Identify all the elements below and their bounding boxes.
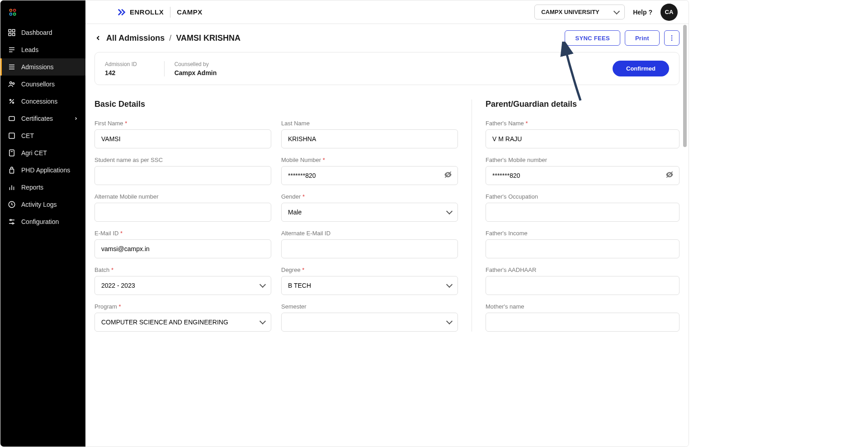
tenant-select-value: CAMPX UNIVERSITY	[541, 9, 599, 15]
ssc-name-label: Student name as per SSC	[94, 157, 271, 163]
sidebar-item-cet[interactable]: CET	[0, 127, 85, 144]
sidebar-item-leads[interactable]: Leads	[0, 41, 85, 58]
counselled-by-value: Campx Admin	[175, 69, 217, 76]
status-confirmed-button[interactable]: Confirmed	[613, 61, 669, 76]
agri-cet-icon	[8, 149, 16, 157]
svg-rect-21	[9, 150, 14, 156]
sidebar-item-activity-logs[interactable]: Activity Logs	[0, 196, 85, 213]
sidebar-item-dashboard[interactable]: Dashboard	[0, 24, 85, 41]
father-name-input[interactable]	[486, 129, 679, 148]
back-button[interactable]	[94, 34, 102, 42]
sidebar-item-certificates[interactable]: Certificates	[0, 110, 85, 127]
mobile-toggle-visibility[interactable]	[443, 170, 453, 181]
admission-id-label: Admission ID	[105, 61, 137, 67]
svg-point-32	[671, 35, 673, 37]
sync-fees-button[interactable]: SYNC FEES	[565, 30, 620, 46]
brand-separator	[170, 7, 170, 18]
activity-icon	[8, 200, 16, 209]
sidebar-item-phd[interactable]: PHD Applications	[0, 162, 85, 179]
admission-id-value: 142	[105, 69, 137, 76]
scrollbar-thumb[interactable]	[683, 25, 687, 147]
alt-email-input[interactable]	[281, 239, 458, 258]
more-actions-button[interactable]	[664, 30, 679, 46]
avatar[interactable]: CA	[660, 4, 678, 21]
scrollbar[interactable]	[683, 25, 688, 446]
tenant-select[interactable]: CAMPX UNIVERSITY	[534, 5, 625, 19]
batch-select[interactable]	[94, 276, 271, 295]
svg-point-29	[10, 219, 11, 221]
cet-icon	[8, 132, 16, 140]
batch-label: Batch *	[94, 266, 271, 273]
svg-rect-5	[13, 29, 15, 32]
father-income-input[interactable]	[486, 239, 679, 258]
chevron-left-icon	[94, 34, 102, 42]
degree-select[interactable]	[281, 276, 458, 295]
sidebar-item-configuration[interactable]: Configuration	[0, 213, 85, 230]
sidebar-item-agri-cet[interactable]: Agri CET	[0, 144, 85, 162]
father-mobile-input[interactable]	[486, 166, 679, 185]
brand-app-name: ENROLLX	[130, 8, 164, 16]
chevron-right-icon	[74, 115, 78, 122]
svg-rect-20	[9, 133, 14, 138]
help-link[interactable]: Help ?	[633, 9, 652, 16]
sidebar-item-concessions[interactable]: Concessions	[0, 93, 85, 110]
svg-point-18	[13, 102, 14, 104]
concessions-icon	[8, 97, 16, 105]
mobile-input[interactable]	[281, 166, 458, 185]
svg-rect-19	[9, 117, 14, 121]
sidebar-item-label: PHD Applications	[21, 166, 70, 174]
father-mobile-toggle-visibility[interactable]	[665, 170, 674, 181]
admissions-icon	[8, 63, 16, 71]
sidebar-item-label: Leads	[21, 46, 38, 53]
program-label: Program *	[94, 303, 271, 310]
semester-select[interactable]	[281, 313, 458, 332]
mother-name-input[interactable]	[486, 313, 679, 332]
alt-email-label: Alternate E-Mail ID	[281, 230, 458, 237]
phd-icon	[8, 166, 16, 174]
email-input[interactable]	[94, 239, 271, 258]
svg-rect-23	[10, 169, 14, 173]
sidebar-item-label: CET	[21, 132, 34, 139]
program-select[interactable]	[94, 313, 271, 332]
breadcrumb-parent[interactable]: All Admissions	[106, 33, 165, 43]
semester-label: Semester	[281, 303, 458, 310]
sidebar-item-label: Configuration	[21, 218, 59, 225]
svg-point-2	[9, 13, 12, 15]
svg-point-34	[671, 39, 673, 41]
header: ENROLLX CAMPX CAMPX UNIVERSITY Help ? CA	[85, 0, 689, 24]
father-occupation-input[interactable]	[486, 203, 679, 222]
basic-details-title: Basic Details	[94, 100, 458, 109]
father-aadhaar-label: Father's AADHAAR	[486, 266, 679, 273]
apps-menu-button[interactable]	[0, 0, 25, 24]
apps-grid-icon	[8, 8, 17, 17]
svg-point-14	[10, 82, 12, 84]
ssc-name-input[interactable]	[94, 166, 271, 185]
breadcrumb-separator: /	[169, 33, 171, 43]
svg-rect-7	[13, 33, 15, 36]
sidebar-item-reports[interactable]: Reports	[0, 179, 85, 196]
sidebar-item-label: Reports	[21, 184, 43, 191]
certificates-icon	[8, 114, 16, 123]
mobile-label: Mobile Number *	[281, 157, 458, 163]
svg-point-0	[9, 9, 12, 11]
father-income-label: Father's Income	[486, 230, 679, 237]
brand-suite-name: CAMPX	[177, 8, 203, 16]
sidebar-item-admissions[interactable]: Admissions	[0, 58, 85, 76]
counsellors-icon	[8, 80, 16, 88]
print-button[interactable]: Print	[625, 30, 660, 46]
admission-id-block: Admission ID 142	[105, 61, 137, 76]
counselled-by-block: Counselled by Campx Admin	[164, 61, 217, 76]
gender-select[interactable]	[281, 203, 458, 222]
parent-details-title: Parent/Guardian details	[486, 100, 679, 109]
reports-icon	[8, 183, 16, 191]
sidebar-item-label: Dashboard	[21, 29, 52, 36]
sidebar-item-counsellors[interactable]: Counsellors	[0, 76, 85, 93]
first-name-input[interactable]	[94, 129, 271, 148]
father-aadhaar-input[interactable]	[486, 276, 679, 295]
alt-mobile-input[interactable]	[94, 203, 271, 222]
sidebar-item-label: Admissions	[21, 63, 54, 71]
last-name-input[interactable]	[281, 129, 458, 148]
father-mobile-label: Father's Mobile number	[486, 157, 679, 163]
alt-mobile-label: Alternate Mobile number	[94, 193, 271, 200]
svg-rect-6	[9, 33, 11, 36]
